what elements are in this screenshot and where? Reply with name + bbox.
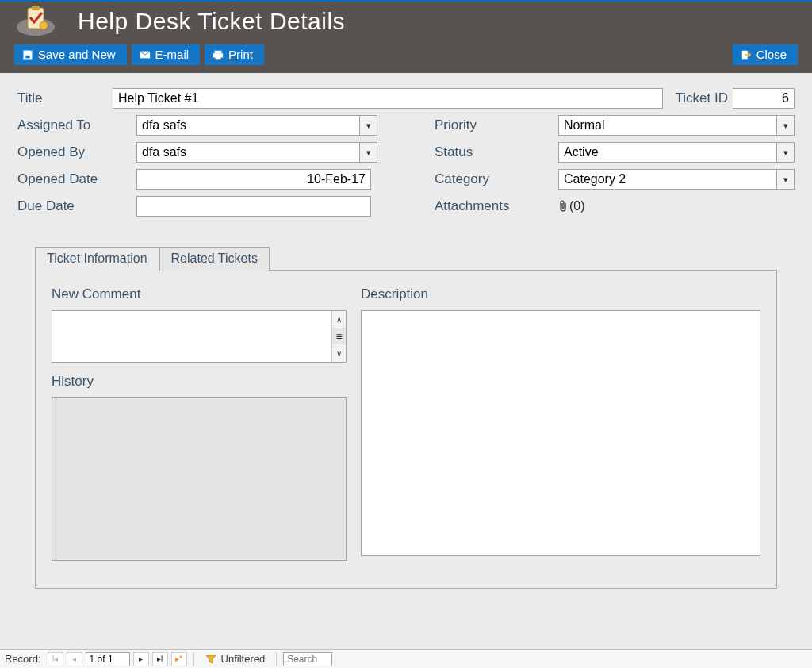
scroll-down-icon[interactable]: ∨ [332,344,346,362]
due-date-label: Due Date [17,198,136,214]
attachments-field[interactable]: (0) [558,199,585,213]
opened-date-label: Opened Date [17,171,136,187]
svg-rect-5 [25,55,29,58]
scroll-up-icon[interactable]: ∧ [332,311,346,328]
scroll-thumb[interactable]: ≡ [332,328,346,344]
opened-date-input[interactable] [136,169,371,190]
tab-related-tickets[interactable]: Related Tickets [159,247,270,271]
category-label: Category [435,171,558,187]
nav-next-button[interactable]: ▸ [133,652,149,666]
title-label: Title [17,90,113,106]
nav-last-button[interactable]: ▸I [152,652,168,666]
category-select[interactable] [558,169,795,190]
nav-prev-button[interactable]: ◂ [67,652,82,666]
new-comment-label: New Comment [52,286,347,302]
paperclip-icon [558,200,568,213]
record-position-input[interactable] [86,652,130,666]
opened-by-select[interactable] [136,142,377,163]
priority-label: Priority [435,117,558,133]
filter-icon [205,654,216,665]
mail-icon [140,49,151,60]
priority-select[interactable] [558,115,795,136]
title-input[interactable] [113,88,663,109]
svg-rect-7 [215,50,222,53]
status-select[interactable] [558,142,795,163]
print-icon [213,49,224,60]
record-label: Record: [5,653,41,665]
history-label: History [52,374,347,390]
nav-first-button[interactable]: I◂ [48,652,63,666]
save-icon [22,49,33,60]
assigned-to-select[interactable] [136,115,377,136]
svg-rect-9 [216,56,221,59]
close-button[interactable]: Close [733,44,798,65]
page-title: Help Desk Ticket Details [78,8,345,35]
save-and-new-button[interactable]: Save and New [14,44,127,65]
description-textarea[interactable] [361,310,760,556]
opened-by-label: Opened By [17,144,136,160]
tab-ticket-information[interactable]: Ticket Information [35,247,159,271]
filter-status: Unfiltered [221,653,266,665]
status-label: Status [435,144,558,160]
record-search-input[interactable] [283,652,332,666]
due-date-input[interactable] [136,196,371,217]
door-icon [741,49,752,60]
new-comment-textarea[interactable] [52,311,331,362]
description-label: Description [361,286,760,302]
attachments-label: Attachments [435,198,558,214]
assigned-to-label: Assigned To [17,117,136,133]
print-button[interactable]: Print [205,44,264,65]
nav-new-button[interactable]: ▸* [171,652,187,666]
email-button[interactable]: E-mail [132,44,201,65]
svg-rect-2 [32,6,40,10]
comment-scrollbar[interactable]: ∧ ≡ ∨ [331,311,346,362]
ticket-id-label: Ticket ID [676,90,728,106]
ticket-id-input[interactable] [733,88,795,109]
history-box [52,397,347,561]
svg-point-3 [40,21,48,29]
clipboard-icon [14,5,57,38]
